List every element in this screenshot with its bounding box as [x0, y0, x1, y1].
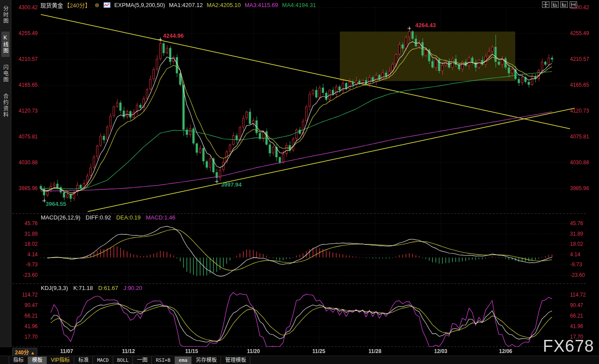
x-axis-date-label: 11/25 — [312, 348, 325, 354]
mini-chart-icon[interactable] — [103, 2, 111, 8]
y-axis-label: 31.89 — [570, 231, 596, 237]
y-axis-label: -9.73 — [570, 262, 596, 268]
x-axis-strip: 240分 ▲ 11/0711/1211/1511/2011/2511/2812/… — [0, 347, 599, 356]
y-axis-label: 3985.96 — [570, 185, 596, 191]
y-axis-label: 4300.42 — [11, 4, 38, 11]
y-axis-label: 4120.73 — [11, 108, 38, 114]
period-title: 【240分】 — [64, 1, 91, 9]
collapse-right-icon[interactable] — [570, 1, 577, 8]
y-axis-label: 4255.49 — [11, 30, 38, 36]
macd-dea-value: DEA:0.19 — [116, 214, 141, 221]
y-axis-label: 66.21 — [11, 313, 38, 319]
toolbar-item-标准[interactable]: 标准 — [74, 357, 93, 364]
toolbar-item-VIP指标[interactable]: VIP指标 — [47, 357, 74, 364]
y-axis-label: 4.14 — [570, 251, 596, 258]
y-axis-label: 45.76 — [11, 220, 38, 226]
pane-shift-left-icon[interactable] — [551, 1, 559, 8]
y-axis-label: 4210.57 — [570, 56, 596, 62]
kdj-j-value: J:90.20 — [124, 285, 143, 291]
y-axis-label: 90.47 — [11, 302, 38, 308]
x-axis-date-label: 11/07 — [60, 348, 73, 354]
ma3-value: MA3:4115.69 — [245, 2, 278, 8]
x-axis-date-label: 12/06 — [499, 348, 512, 354]
kdj-title: KDJ(9,3,3) — [41, 285, 68, 291]
price-annotation: 4244.96 — [163, 32, 184, 39]
price-annotation: 3964.55 — [46, 201, 66, 207]
y-axis-label: 4210.57 — [11, 56, 38, 62]
chart-canvas[interactable] — [0, 0, 599, 347]
y-axis-label: -23.60 — [11, 272, 38, 278]
watermark: FX678 — [543, 337, 594, 356]
macd-macd-value: MACD:1.46 — [146, 214, 175, 221]
symbol-title: 现货黄金 — [40, 1, 63, 9]
y-axis-label: 4120.73 — [570, 108, 596, 114]
toolbar-item-ema[interactable]: ema — [175, 357, 192, 364]
x-axis-date-label: 12/03 — [434, 348, 447, 354]
y-axis-label: 41.96 — [570, 323, 596, 329]
toolbar-item-另存模板[interactable]: 另存模板 — [192, 357, 221, 364]
left-sidebar: 分时图K线图闪电图合约资料 — [0, 0, 11, 347]
y-axis-label: 4030.88 — [11, 159, 38, 166]
sidebar-tab-K线图[interactable]: K线图 — [1, 32, 10, 57]
chart-header: 现货黄金 【240分】 ⊕ EXPMA(5,9,200,50) MA1:4207… — [40, 1, 316, 8]
kdj-k-value: K:71.18 — [73, 285, 93, 291]
toolbar-item-一图[interactable]: 一图 — [133, 357, 152, 364]
price-annotation: 4264.43 — [415, 22, 436, 28]
y-axis-label: 114.72 — [11, 292, 38, 298]
toolbar-item-模板[interactable]: 模板 — [28, 357, 47, 364]
y-axis-label: 4075.81 — [11, 134, 38, 140]
ma1-value: MA1:4207.12 — [169, 2, 203, 8]
period-selector-label: 240分 — [15, 350, 29, 356]
x-axis-date-label: 11/28 — [368, 348, 381, 354]
x-axis-date-label: 11/20 — [247, 348, 260, 354]
y-axis-label: 4165.65 — [570, 82, 596, 88]
y-axis-label: 4075.81 — [570, 134, 596, 140]
period-selector[interactable]: 240分 ▲ — [12, 348, 37, 356]
sidebar-tab-闪电图[interactable]: 闪电图 — [1, 61, 10, 86]
toolbar-item-管理模板[interactable]: 管理模板 — [221, 357, 250, 364]
macd-diff-value: DIFF:0.92 — [86, 214, 111, 221]
y-axis-label: 114.72 — [570, 292, 596, 298]
kdj-d-value: D:61.67 — [98, 285, 118, 291]
macd-title: MACD(26,12,9) — [41, 214, 80, 221]
window-icon-bar — [542, 1, 577, 8]
y-axis-label: 3985.96 — [11, 185, 38, 191]
price-annotation: 3997.94 — [221, 181, 242, 188]
bottom-toolbar: 指标模板VIP指标标准MACDBOLL一图RSI+Bema另存模板管理模板 — [0, 356, 599, 364]
pane-shift-right-icon[interactable] — [560, 1, 568, 8]
y-axis-label: 18.02 — [11, 241, 38, 247]
sidebar-tab-合约资料[interactable]: 合约资料 — [1, 90, 10, 121]
y-axis-label: 41.96 — [11, 323, 38, 329]
y-axis-label: 4165.65 — [11, 82, 38, 88]
macd-panel-header: MACD(26,12,9) DIFF:0.92 DEA:0.19 MACD:1.… — [41, 214, 175, 221]
ma2-value: MA2:4205.10 — [207, 2, 241, 8]
add-indicator-icon[interactable]: ⊕ — [95, 2, 100, 8]
y-axis-label: 45.76 — [570, 220, 596, 226]
x-axis-date-label: 11/12 — [122, 348, 135, 354]
y-axis-label: -9.73 — [11, 262, 38, 268]
expma-label: EXPMA(5,9,200,50) — [114, 2, 165, 8]
y-axis-label: 18.02 — [570, 241, 596, 247]
y-axis-label: -23.60 — [570, 272, 596, 278]
ma4-value: MA4:4194.31 — [282, 2, 316, 8]
toolbar-item-BOLL[interactable]: BOLL — [113, 357, 133, 364]
toolbar-item-指标[interactable]: 指标 — [9, 357, 28, 364]
kdj-panel-header: KDJ(9,3,3) K:71.18 D:61.67 J:90.20 — [41, 285, 142, 291]
y-axis-label: 66.21 — [570, 313, 596, 319]
y-axis-label: 4.14 — [11, 251, 38, 258]
period-arrow-icon: ▲ — [30, 350, 35, 355]
x-axis-date-label: 11/15 — [185, 348, 198, 354]
sidebar-tab-分时图[interactable]: 分时图 — [1, 3, 10, 27]
trading-app-window: 分时图K线图闪电图合约资料 现货黄金 【240分】 ⊕ EXPMA(5,9,20… — [0, 0, 599, 364]
y-axis-label: 90.47 — [570, 302, 596, 308]
y-axis-label: 31.89 — [11, 231, 38, 237]
move-icon[interactable] — [542, 1, 549, 8]
y-axis-label: 4255.49 — [570, 30, 596, 36]
toolbar-item-MACD[interactable]: MACD — [93, 357, 113, 364]
y-axis-label: 4030.88 — [570, 159, 596, 166]
y-axis-label: 17.70 — [11, 334, 38, 340]
toolbar-item-RSI+B[interactable]: RSI+B — [152, 357, 175, 364]
